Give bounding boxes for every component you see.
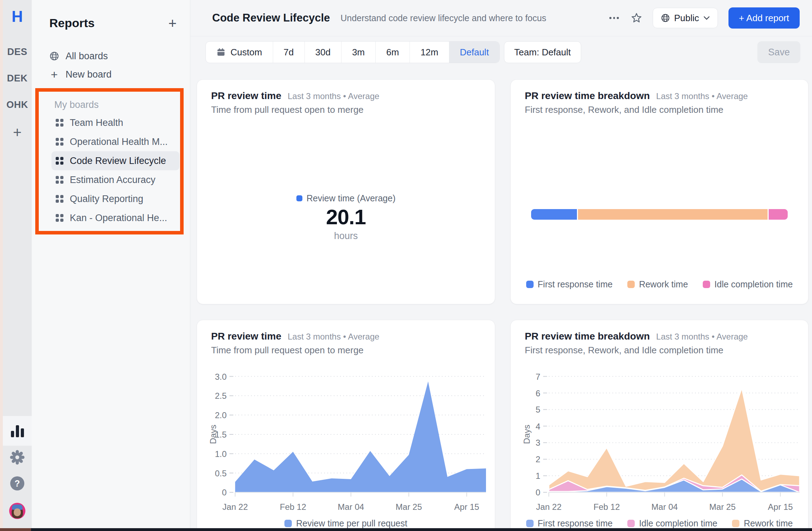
metric-unit: hours xyxy=(334,231,358,242)
svg-text:Mar 04: Mar 04 xyxy=(338,502,364,512)
board-list: Team HealthOperational Health M...Code R… xyxy=(51,113,179,227)
card-meta: Last 3 months • Average xyxy=(288,91,379,101)
svg-text:3.0: 3.0 xyxy=(215,372,227,382)
workspace-ohk[interactable]: OHK xyxy=(3,98,32,111)
legend-chip xyxy=(526,281,534,288)
range-6m[interactable]: 6m xyxy=(375,42,410,63)
sidebar-item-quality-reporting[interactable]: Quality Reporting xyxy=(51,189,179,208)
favorite-button[interactable] xyxy=(631,12,642,24)
background-sliver xyxy=(0,0,3,531)
card-title: PR review time xyxy=(211,331,281,342)
range-segments: 7d30d3m6m12mDefault xyxy=(273,42,500,63)
metric-legend: Review time (Average) xyxy=(296,193,395,203)
board-label: Quality Reporting xyxy=(70,194,143,205)
stacked-area-chart: 01234567Jan 22Feb 12Mar 04Mar 25Apr 15Da… xyxy=(521,370,803,514)
board-label: Kan - Operational He... xyxy=(70,213,167,224)
svg-text:Feb 12: Feb 12 xyxy=(280,502,306,512)
sidebar-title: Reports xyxy=(49,16,94,30)
visibility-dropdown[interactable]: Public xyxy=(653,8,718,28)
range-7d[interactable]: 7d xyxy=(273,42,304,63)
board-label: Code Review Lifecycle xyxy=(70,155,166,166)
globe-icon xyxy=(661,13,670,23)
sidebar-item-code-review-lifecycle[interactable]: Code Review Lifecycle xyxy=(51,151,179,170)
sidebar-item-kan-operational-he[interactable]: Kan - Operational He... xyxy=(51,208,179,227)
card-subtitle: First response, Rework, and Idle complet… xyxy=(525,345,794,356)
range-default[interactable]: Default xyxy=(449,42,499,63)
svg-text:Jan 22: Jan 22 xyxy=(536,502,561,512)
chart-legend: First response timeIdle completion timeR… xyxy=(511,518,808,529)
help-button[interactable]: ? xyxy=(3,476,32,490)
legend-label: Idle completion time xyxy=(639,518,717,529)
reports-nav-active[interactable] xyxy=(3,416,32,446)
legend-item-first-response-time: First response time xyxy=(526,518,613,529)
card-meta: Last 3 months • Average xyxy=(656,91,748,101)
settings-button[interactable] xyxy=(3,450,32,465)
new-board-label: New board xyxy=(66,69,112,80)
board-label: Operational Health M... xyxy=(70,136,168,147)
board-grid-icon xyxy=(56,119,63,127)
user-menu[interactable] xyxy=(3,503,32,519)
main-area: Code Review Lifecycle Understand code re… xyxy=(190,0,812,531)
svg-text:3: 3 xyxy=(536,438,540,447)
svg-text:Mar 04: Mar 04 xyxy=(651,502,678,512)
save-button[interactable]: Save xyxy=(757,41,800,63)
range-3m[interactable]: 3m xyxy=(341,42,375,63)
board-grid-icon xyxy=(56,138,63,146)
board-grid-icon xyxy=(56,195,63,203)
more-options-button[interactable] xyxy=(607,14,622,22)
visibility-label: Public xyxy=(674,13,699,24)
legend-chip xyxy=(732,520,739,527)
range-30d[interactable]: 30d xyxy=(304,42,341,63)
legend-chip xyxy=(284,520,292,527)
board-label: Estimation Accuracy xyxy=(70,175,155,185)
svg-text:2.0: 2.0 xyxy=(215,410,227,420)
svg-text:0.5: 0.5 xyxy=(215,469,227,478)
legend-chip xyxy=(703,281,710,288)
workspace-des[interactable]: DES xyxy=(3,45,32,59)
card-pr-breakdown-chart: PR review time breakdown Last 3 months •… xyxy=(510,320,808,531)
sidebar-item-all-boards[interactable]: All boards xyxy=(49,49,108,63)
globe-icon xyxy=(49,51,59,61)
page-subtitle: Understand code review lifecycle and whe… xyxy=(340,13,546,23)
legend-chip xyxy=(526,520,534,527)
legend-label: Rework time xyxy=(639,279,688,289)
bar-segment-first-response-time xyxy=(531,209,577,220)
app-logo[interactable]: H xyxy=(3,8,32,25)
board-grid-icon xyxy=(56,214,63,222)
svg-text:5: 5 xyxy=(536,405,540,414)
add-workspace-button[interactable]: + xyxy=(3,124,32,141)
svg-text:Days: Days xyxy=(208,425,218,444)
legend-label: Review time (Average) xyxy=(307,193,395,203)
legend-item-idle-completion-time: Idle completion time xyxy=(703,279,793,289)
legend-item-review-time-per-pull-request: Review time per pull request xyxy=(284,518,407,529)
svg-text:Jan 22: Jan 22 xyxy=(222,502,248,512)
team-filter-button[interactable]: Team: Default xyxy=(504,41,581,63)
new-report-button[interactable]: + xyxy=(168,18,177,29)
add-report-button[interactable]: + Add report xyxy=(728,7,800,29)
user-avatar xyxy=(9,503,25,519)
bar-segment-idle-completion-time xyxy=(769,209,788,220)
svg-text:4: 4 xyxy=(536,422,540,431)
legend-chip xyxy=(296,195,302,201)
range-custom-label: Custom xyxy=(230,47,262,58)
star-icon xyxy=(631,12,642,24)
card-pr-review-time-metric: PR review time Last 3 months • Average T… xyxy=(197,79,495,304)
sidebar-item-team-health[interactable]: Team Health xyxy=(51,113,179,132)
workspace-dek[interactable]: DEK xyxy=(3,72,32,85)
sidebar-item-new-board[interactable]: + New board xyxy=(49,68,112,81)
reports-sidebar: Reports + All boards + New board My boar… xyxy=(32,0,190,531)
legend-item-rework-time: Rework time xyxy=(732,518,793,529)
svg-text:2: 2 xyxy=(536,454,540,464)
legend-label: First response time xyxy=(538,279,613,289)
range-12m[interactable]: 12m xyxy=(410,42,449,63)
range-custom[interactable]: Custom xyxy=(206,42,273,63)
my-boards-section-label: My boards xyxy=(54,99,99,110)
sidebar-item-operational-health-m[interactable]: Operational Health M... xyxy=(51,132,179,151)
sidebar-item-estimation-accuracy[interactable]: Estimation Accuracy xyxy=(51,170,179,189)
app-window: H DESDEKOHK + ? xyxy=(0,0,812,531)
svg-text:Mar 25: Mar 25 xyxy=(709,502,736,512)
metric-value: 20.1 xyxy=(326,205,366,229)
svg-text:7: 7 xyxy=(536,372,540,382)
card-pr-review-time-chart: PR review time Last 3 months • Average T… xyxy=(197,320,495,531)
page-header: Code Review Lifecycle Understand code re… xyxy=(190,0,812,36)
